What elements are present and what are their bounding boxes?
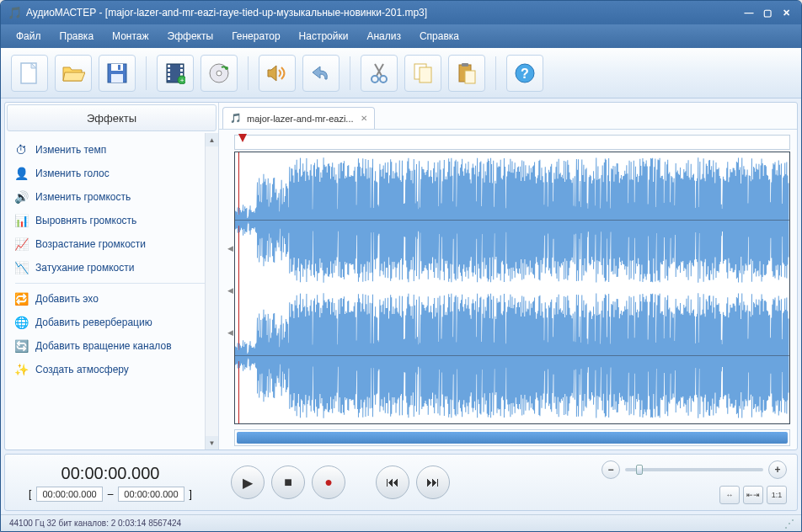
- open-file-button[interactable]: [55, 55, 92, 92]
- toolbar-separator: [350, 56, 350, 90]
- sidebar-header: Эффекты: [7, 104, 217, 131]
- transport-bar: 00:00:00.000 [ 00:00:00.000 – 00:00:00.0…: [4, 454, 798, 511]
- tab-close-icon[interactable]: ✕: [361, 114, 367, 123]
- effect-item[interactable]: ⏱Изменить темп: [8, 138, 215, 162]
- timeline-ruler[interactable]: [234, 135, 790, 150]
- menu-effects[interactable]: Эффекты: [159, 27, 222, 45]
- zoom-thumb[interactable]: [636, 465, 643, 475]
- play-button[interactable]: ▶: [231, 466, 265, 499]
- zoom-controls: − +: [602, 460, 787, 479]
- toolbar-separator: [248, 56, 249, 90]
- fit-left-button[interactable]: ↔: [719, 486, 740, 504]
- effect-item[interactable]: 📊Выровнять громкость: [8, 209, 215, 232]
- menu-settings[interactable]: Настройки: [291, 27, 357, 45]
- current-time: 00:00:00.000: [61, 464, 160, 483]
- effect-label: Добавить реверберацию: [35, 317, 152, 328]
- skip-start-button[interactable]: ⏮: [376, 466, 409, 499]
- maximize-button[interactable]: ▢: [759, 6, 776, 19]
- file-tab[interactable]: 🎵 major-lazer-and-mr-eazi... ✕: [222, 107, 375, 129]
- overview-selection[interactable]: [237, 432, 788, 444]
- effect-icon: ✨: [13, 362, 29, 377]
- effects-sidebar: Эффекты ⏱Изменить темп👤Изменить голос🔊Из…: [5, 103, 219, 450]
- tab-bar: 🎵 major-lazer-and-mr-eazi... ✕: [219, 103, 797, 130]
- audio-file-icon: 🎵: [230, 113, 242, 124]
- effect-item[interactable]: 📉Затухание громкости: [8, 256, 215, 279]
- help-button[interactable]: ?: [506, 55, 543, 92]
- effect-icon: 📉: [13, 260, 29, 275]
- svg-rect-6: [168, 65, 170, 67]
- menu-analysis[interactable]: Анализ: [358, 27, 409, 45]
- effect-item[interactable]: 🔄Добавить вращение каналов: [8, 334, 215, 358]
- toolbar-separator: [495, 56, 496, 90]
- fit-selection-button[interactable]: ⇤⇥: [743, 486, 763, 504]
- transport-controls: ▶ ■ ● ⏮ ⏭: [206, 466, 602, 499]
- toolbar-separator: [146, 56, 147, 90]
- selection-start[interactable]: 00:00:00.000: [36, 487, 102, 502]
- close-button[interactable]: ✕: [778, 6, 794, 19]
- svg-rect-3: [111, 74, 123, 82]
- cut-button[interactable]: [361, 55, 398, 92]
- menu-generator[interactable]: Генератор: [223, 27, 288, 45]
- splitter[interactable]: ◀◀◀: [226, 135, 234, 446]
- effect-label: Изменить громкость: [35, 191, 131, 203]
- sidebar-scrollbar[interactable]: ▲ ▼: [205, 133, 218, 450]
- video-button[interactable]: +: [157, 55, 194, 92]
- menu-montage[interactable]: Монтаж: [104, 27, 158, 45]
- speaker-button[interactable]: [259, 55, 296, 92]
- effect-icon: 🔁: [13, 291, 29, 306]
- effect-item[interactable]: 🔊Изменить громкость: [8, 185, 215, 209]
- effect-item[interactable]: 📈Возрастание громкости: [8, 232, 215, 256]
- window-title: АудиоМАСТЕР - [major-lazer-and-mr-eazi-r…: [26, 7, 741, 19]
- svg-rect-11: [180, 69, 183, 72]
- save-file-button[interactable]: [99, 55, 136, 92]
- svg-point-21: [372, 76, 378, 82]
- cd-button[interactable]: [200, 55, 238, 92]
- fit-ratio-button[interactable]: 1:1: [767, 486, 787, 504]
- svg-rect-27: [465, 71, 475, 83]
- minimize-button[interactable]: —: [741, 6, 757, 19]
- menu-edit[interactable]: Правка: [51, 27, 103, 45]
- tab-label: major-lazer-and-mr-eazi...: [247, 114, 354, 124]
- effect-label: Возрастание громкости: [35, 238, 146, 250]
- channel-right: [235, 288, 789, 423]
- waveform-display[interactable]: [234, 152, 790, 424]
- new-file-button[interactable]: [11, 55, 48, 92]
- waveform-area: ◀◀◀: [219, 130, 797, 450]
- svg-text:+: +: [180, 77, 184, 84]
- playhead-marker[interactable]: [238, 134, 247, 146]
- paste-button[interactable]: [448, 55, 485, 92]
- copy-button[interactable]: [404, 55, 441, 92]
- svg-rect-10: [180, 65, 183, 67]
- effect-label: Создать атмосферу: [35, 364, 129, 375]
- effect-item[interactable]: ✨Создать атмосферу: [8, 358, 215, 381]
- zoom-slider[interactable]: [625, 468, 763, 471]
- effect-item[interactable]: 🔁Добавить эхо: [8, 287, 215, 311]
- time-display: 00:00:00.000 [ 00:00:00.000 – 00:00:00.0…: [15, 464, 206, 502]
- effect-icon: ⏱: [13, 142, 29, 157]
- overview-bar[interactable]: [234, 429, 790, 446]
- menu-file[interactable]: Файл: [8, 27, 50, 45]
- scroll-up-icon[interactable]: ▲: [206, 133, 218, 146]
- effect-label: Выровнять громкость: [35, 215, 136, 226]
- resize-grip[interactable]: ⋰: [784, 518, 793, 529]
- titlebar[interactable]: 🎵 АудиоМАСТЕР - [major-lazer-and-mr-eazi…: [1, 1, 801, 24]
- skip-end-button[interactable]: ⏭: [416, 466, 450, 499]
- effect-item[interactable]: 🌐Добавить реверберацию: [8, 311, 215, 334]
- app-window: 🎵 АудиоМАСТЕР - [major-lazer-and-mr-eazi…: [0, 0, 802, 532]
- svg-rect-9: [168, 77, 170, 80]
- menu-help[interactable]: Справка: [411, 27, 468, 45]
- scroll-down-icon[interactable]: ▼: [206, 436, 218, 450]
- effect-item[interactable]: 👤Изменить голос: [8, 162, 215, 185]
- effect-icon: 🔄: [13, 338, 29, 354]
- menubar: Файл Правка Монтаж Эффекты Генератор Нас…: [1, 24, 801, 48]
- zoom-in-button[interactable]: +: [768, 460, 787, 479]
- stop-button[interactable]: ■: [271, 466, 305, 499]
- selection-end[interactable]: 00:00:00.000: [118, 487, 184, 502]
- effect-label: Добавить вращение каналов: [35, 340, 172, 352]
- undo-button[interactable]: [302, 55, 340, 92]
- effect-separator: [15, 283, 208, 284]
- effect-label: Затухание громкости: [35, 262, 134, 274]
- record-button[interactable]: ●: [312, 466, 345, 499]
- zoom-out-button[interactable]: −: [602, 460, 620, 479]
- statusbar: 44100 Гц 32 бит каналов: 2 0:03:14 85674…: [1, 514, 801, 531]
